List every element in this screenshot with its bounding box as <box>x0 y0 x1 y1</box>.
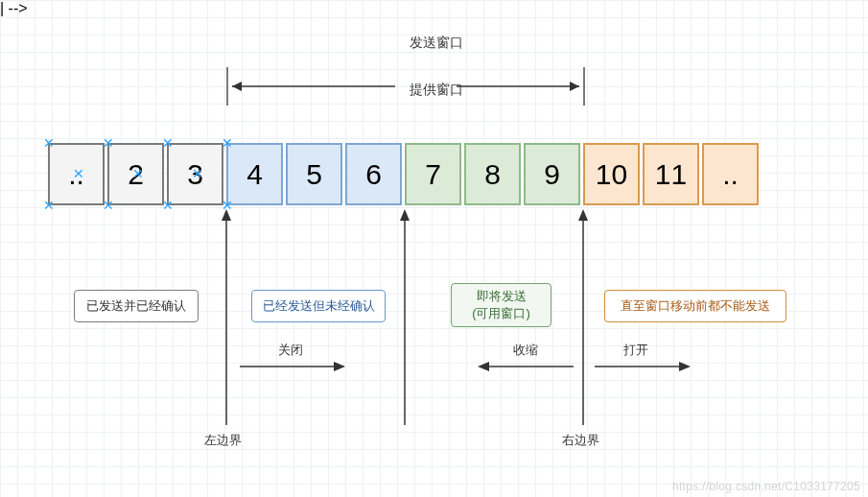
svg-marker-15 <box>478 362 489 371</box>
watermark: https://blog.csdn.net/C1033177205 <box>672 480 860 493</box>
arrow-left-boundary <box>221 209 232 425</box>
cell-7: 7 <box>405 143 461 205</box>
cell-11: 11 <box>643 143 699 205</box>
legend-sent-unacked: 已经发送但未经确认 <box>251 290 386 322</box>
cell-9: 9 <box>524 143 580 205</box>
legend-usable-l1: 即将发送 <box>461 288 541 305</box>
label-send-window: 发送窗口 <box>398 35 475 52</box>
legend-usable-window: 即将发送 (可用窗口) <box>451 283 551 327</box>
arrow-right-boundary <box>577 209 589 425</box>
selection-handle: ✕ <box>162 201 173 211</box>
svg-marker-13 <box>334 362 345 371</box>
svg-marker-9 <box>400 209 410 221</box>
svg-marker-17 <box>679 362 691 371</box>
selection-handle: ✕ <box>162 138 173 149</box>
selection-handle: ✕ <box>192 169 202 179</box>
arrow-offered-window <box>226 67 585 115</box>
legend-acked: 已发送并已经确认 <box>74 290 199 322</box>
cell-10: 10 <box>583 143 640 205</box>
svg-marker-5 <box>570 82 579 91</box>
cell-8: 8 <box>464 143 521 205</box>
selection-handle: ✕ <box>73 169 83 179</box>
selection-handle: ✕ <box>103 138 113 149</box>
svg-marker-4 <box>232 82 242 91</box>
label-close: 关闭 <box>278 342 303 359</box>
arrow-mid-divider <box>399 209 411 425</box>
selection-handle: ✕ <box>103 201 113 211</box>
selection-handle: ✕ <box>43 138 54 149</box>
label-left-boundary: 左边界 <box>204 432 242 449</box>
selection-handle: ✕ <box>132 169 143 179</box>
brace-send-window <box>226 53 585 62</box>
selection-handle: ✕ <box>43 201 54 211</box>
selection-handle: ✕ <box>222 138 232 149</box>
legend-usable-l2: (可用窗口) <box>461 305 541 322</box>
cells-row: .. 2 3 4 5 6 7 8 9 10 11 .. <box>48 143 759 205</box>
cell-6: 6 <box>345 143 402 205</box>
legend-cannot-send: 直至窗口移动前都不能发送 <box>604 290 786 322</box>
label-open: 打开 <box>623 342 648 359</box>
label-shrink: 收缩 <box>513 342 538 359</box>
cell-4: 4 <box>226 143 283 205</box>
svg-marker-11 <box>578 209 588 221</box>
cell-right-ellipsis: .. <box>702 143 759 205</box>
label-right-boundary: 右边界 <box>562 432 599 449</box>
cell-5: 5 <box>286 143 342 205</box>
svg-marker-7 <box>222 209 231 221</box>
